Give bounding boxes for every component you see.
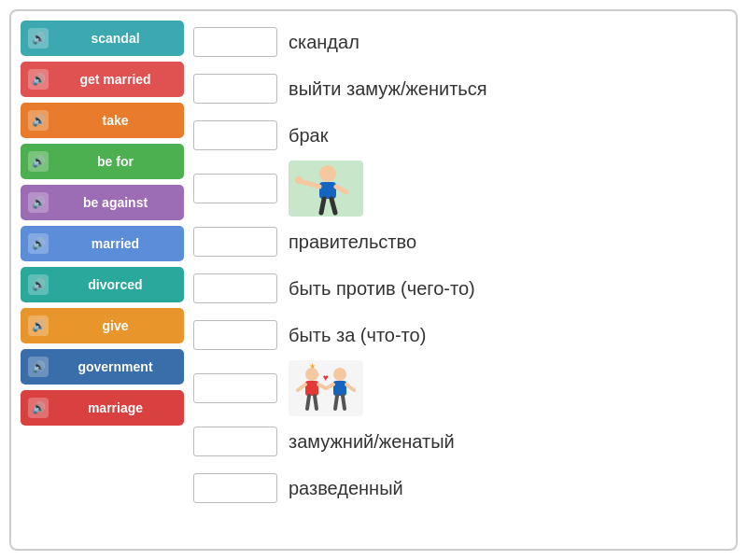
svg-point-15 — [333, 368, 346, 381]
speaker-icon[interactable]: 🔊 — [28, 398, 49, 418]
translation-5: быть против (чего-то) — [289, 278, 726, 300]
svg-text:★: ★ — [309, 362, 316, 371]
answer-row-4: правительство — [193, 220, 726, 263]
word-label-take: take — [54, 113, 176, 128]
left-column: 🔊scandal🔊get married🔊take🔊be for🔊be agai… — [21, 21, 184, 539]
svg-line-5 — [321, 199, 324, 213]
svg-rect-10 — [305, 381, 318, 396]
speaker-icon[interactable]: 🔊 — [28, 357, 49, 377]
translation-0: скандал — [289, 32, 726, 53]
svg-rect-2 — [319, 182, 336, 199]
image-man — [289, 161, 363, 217]
word-button-take[interactable]: 🔊take — [21, 103, 184, 138]
translation-4: правительство — [289, 231, 726, 253]
answer-input-5[interactable] — [193, 273, 277, 303]
word-button-government[interactable]: 🔊government — [21, 349, 184, 385]
word-label-scandal: scandal — [54, 31, 176, 46]
answer-row-7: ♥ ★ — [193, 360, 726, 416]
svg-line-14 — [315, 396, 317, 409]
translation-2: брак — [289, 125, 726, 147]
word-label-government: government — [54, 359, 176, 374]
svg-rect-16 — [333, 381, 346, 396]
answer-row-3 — [193, 161, 726, 217]
word-label-be-for: be for — [54, 154, 176, 169]
translation-6: быть за (что-то) — [289, 325, 726, 346]
translation-9: разведенный — [289, 478, 726, 499]
svg-point-1 — [319, 165, 336, 182]
answer-row-2: брак — [193, 114, 726, 157]
answer-row-9: разведенный — [193, 467, 726, 510]
svg-line-13 — [307, 396, 309, 409]
main-container: 🔊scandal🔊get married🔊take🔊be for🔊be agai… — [9, 9, 738, 551]
word-button-scandal[interactable]: 🔊scandal — [21, 21, 184, 56]
answer-input-8[interactable] — [193, 427, 277, 456]
answer-input-3[interactable] — [193, 174, 277, 203]
speaker-icon[interactable]: 🔊 — [28, 192, 49, 213]
answer-row-5: быть против (чего-то) — [193, 267, 726, 310]
svg-point-7 — [295, 176, 303, 184]
speaker-icon[interactable]: 🔊 — [28, 233, 49, 254]
speaker-icon[interactable]: 🔊 — [28, 69, 49, 90]
image-couple: ♥ ★ — [289, 360, 363, 416]
svg-line-20 — [343, 396, 345, 409]
answer-row-8: замужний/женатый — [193, 420, 726, 463]
word-label-divorced: divorced — [54, 277, 176, 292]
word-label-married: married — [54, 236, 176, 251]
word-button-married[interactable]: 🔊married — [21, 226, 184, 261]
svg-line-19 — [335, 396, 337, 409]
speaker-icon[interactable]: 🔊 — [28, 28, 49, 49]
answer-input-9[interactable] — [193, 473, 277, 503]
translation-8: замужний/женатый — [289, 431, 726, 453]
word-button-be-for[interactable]: 🔊be for — [21, 144, 184, 179]
answer-input-4[interactable] — [193, 227, 277, 257]
answer-input-2[interactable] — [193, 120, 277, 150]
answer-input-0[interactable] — [193, 27, 277, 57]
word-label-get-married: get married — [54, 72, 176, 87]
word-button-get-married[interactable]: 🔊get married — [21, 62, 184, 97]
answer-input-6[interactable] — [193, 320, 277, 350]
word-button-divorced[interactable]: 🔊divorced — [21, 267, 184, 302]
answer-row-1: выйти замуж/жениться — [193, 67, 726, 110]
speaker-icon[interactable]: 🔊 — [28, 151, 49, 172]
answer-input-1[interactable] — [193, 74, 277, 104]
word-label-give: give — [54, 318, 176, 333]
word-label-be-against: be against — [54, 195, 176, 210]
speaker-icon[interactable]: 🔊 — [28, 110, 49, 131]
word-label-marriage: marriage — [54, 400, 176, 415]
speaker-icon[interactable]: 🔊 — [28, 274, 49, 295]
word-button-be-against[interactable]: 🔊be against — [21, 185, 184, 220]
translation-1: выйти замуж/жениться — [289, 78, 726, 100]
right-column: скандалвыйти замуж/женитьсябрак — [193, 21, 726, 539]
answer-row-6: быть за (что-то) — [193, 314, 726, 357]
word-button-marriage[interactable]: 🔊marriage — [21, 390, 184, 426]
speaker-icon[interactable]: 🔊 — [28, 315, 49, 336]
answer-input-7[interactable] — [193, 373, 277, 403]
svg-text:♥: ♥ — [323, 372, 329, 383]
word-button-give[interactable]: 🔊give — [21, 308, 184, 343]
answer-row-0: скандал — [193, 21, 726, 63]
